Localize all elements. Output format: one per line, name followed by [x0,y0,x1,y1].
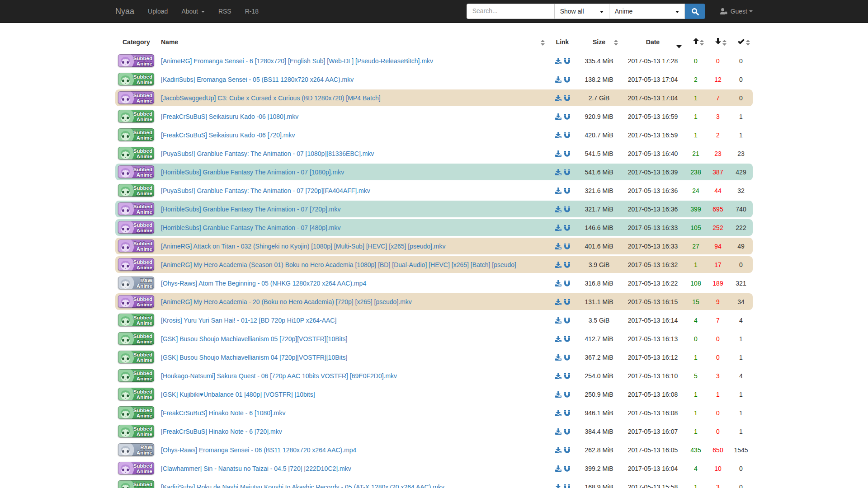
svg-text:Anime: Anime [137,191,152,196]
svg-text:Anime: Anime [137,432,152,437]
svg-text:Subbed: Subbed [133,167,152,172]
svg-text:Subbed: Subbed [133,222,152,228]
svg-text:Subbed: Subbed [133,111,152,117]
svg-text:Anime: Anime [137,302,152,307]
svg-text:Anime: Anime [137,228,152,233]
svg-text:Subbed: Subbed [133,56,152,61]
svg-text:Subbed: Subbed [133,259,152,265]
svg-text:Anime: Anime [137,98,152,103]
svg-text:Anime: Anime [137,154,152,159]
svg-text:Anime: Anime [137,450,152,455]
svg-text:Subbed: Subbed [133,482,152,487]
svg-text:Subbed: Subbed [133,371,152,376]
svg-text:Anime: Anime [137,357,152,363]
svg-text:Anime: Anime [137,339,152,344]
svg-text:Subbed: Subbed [133,426,152,432]
svg-text:Subbed: Subbed [133,389,152,394]
svg-text:Subbed: Subbed [133,315,152,320]
svg-text:Subbed: Subbed [133,408,152,413]
svg-text:Anime: Anime [137,413,152,418]
svg-text:Anime: Anime [137,469,152,474]
svg-text:Anime: Anime [137,209,152,215]
svg-text:Anime: Anime [137,320,152,326]
svg-text:Anime: Anime [137,117,152,122]
svg-text:Subbed: Subbed [133,352,152,357]
svg-text:RAW: RAW [140,445,152,450]
svg-text:Subbed: Subbed [133,333,152,339]
svg-text:Anime: Anime [137,394,152,400]
svg-text:Subbed: Subbed [133,148,152,154]
svg-text:Subbed: Subbed [133,93,152,98]
svg-text:Subbed: Subbed [133,463,152,469]
svg-text:Subbed: Subbed [133,185,152,191]
svg-text:Anime: Anime [137,265,152,270]
svg-text:Anime: Anime [137,376,152,381]
svg-text:Subbed: Subbed [133,241,152,246]
svg-text:RAW: RAW [140,278,152,283]
svg-text:Anime: Anime [137,135,152,141]
svg-text:Anime: Anime [137,61,152,66]
svg-text:Subbed: Subbed [133,296,152,302]
svg-text:Subbed: Subbed [133,74,152,80]
svg-text:Anime: Anime [137,283,152,289]
svg-text:Anime: Anime [137,172,152,178]
svg-text:Anime: Anime [137,80,152,85]
svg-text:Subbed: Subbed [133,204,152,209]
svg-text:Subbed: Subbed [133,130,152,135]
svg-text:Anime: Anime [137,246,152,252]
